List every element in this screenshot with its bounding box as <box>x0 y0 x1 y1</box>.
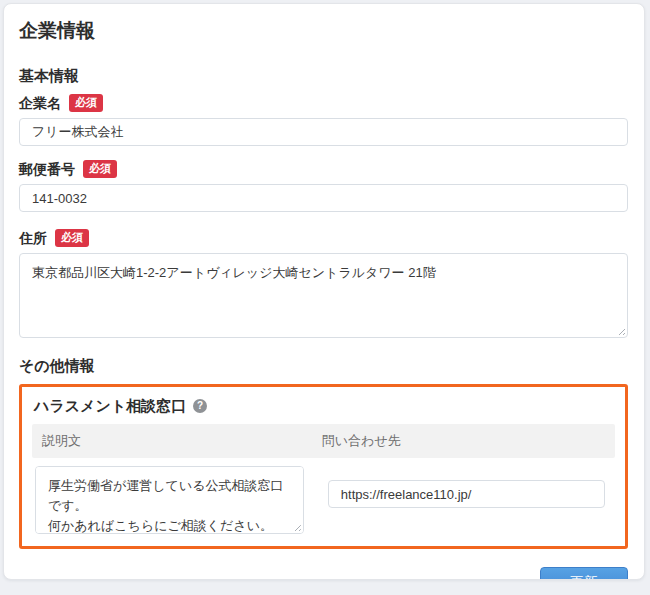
actions-row: 更新 <box>19 567 628 580</box>
contact-column-header: 問い合わせ先 <box>312 424 615 458</box>
address-textarea[interactable]: 東京都品川区大崎1-2-2アートヴィレッジ大崎セントラルタワー 21階 <box>19 253 628 338</box>
required-badge: 必須 <box>83 160 117 178</box>
update-button[interactable]: 更新 <box>540 567 628 580</box>
page-title: 企業情報 <box>19 18 628 44</box>
company-name-label: 企業名 <box>19 93 61 113</box>
postal-code-label-row: 郵便番号 必須 <box>19 159 628 179</box>
harassment-description-textarea[interactable]: 厚生労働省が運営している公式相談窓口です。 何かあればこちらにご相談ください。 <box>35 466 304 534</box>
harassment-contact-url-input[interactable] <box>328 480 605 508</box>
required-badge: 必須 <box>69 94 103 112</box>
required-badge: 必須 <box>55 229 89 247</box>
harassment-title: ハラスメント相談窓口 <box>34 396 186 416</box>
address-label-row: 住所 必須 <box>19 228 628 248</box>
company-info-card: 企業情報 基本情報 企業名 必須 郵便番号 必須 住所 必須 東京都品川区大崎1… <box>3 3 645 580</box>
section-heading-basic: 基本情報 <box>19 66 628 86</box>
section-heading-other: その他情報 <box>19 356 628 376</box>
harassment-consultation-panel: ハラスメント相談窓口 ? 説明文 問い合わせ先 厚生労働省が運営している公式相談… <box>19 384 628 549</box>
harassment-title-row: ハラスメント相談窓口 ? <box>34 396 615 416</box>
harassment-table-header: 説明文 問い合わせ先 <box>32 424 615 458</box>
help-icon[interactable]: ? <box>193 399 207 413</box>
company-name-input[interactable] <box>19 118 628 146</box>
postal-code-label: 郵便番号 <box>19 159 75 179</box>
address-label: 住所 <box>19 228 47 248</box>
harassment-table-body: 厚生労働省が運営している公式相談窓口です。 何かあればこちらにご相談ください。 <box>32 466 615 534</box>
company-name-label-row: 企業名 必須 <box>19 93 628 113</box>
description-column-header: 説明文 <box>32 424 312 458</box>
postal-code-input[interactable] <box>19 184 628 212</box>
